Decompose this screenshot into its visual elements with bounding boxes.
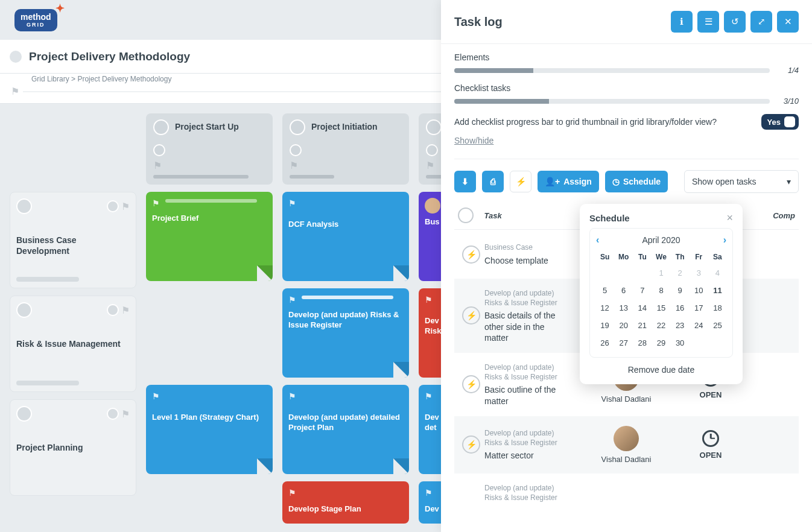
print-button[interactable]: ⎙ — [482, 171, 504, 192]
calendar-day[interactable]: 16 — [671, 300, 689, 316]
checklist-progress — [454, 99, 770, 104]
task-row[interactable]: ⚡ Develop (and update) Risks & Issue Reg… — [454, 416, 799, 473]
calendar-day[interactable]: 25 — [709, 317, 726, 334]
grid-avatar[interactable] — [10, 51, 22, 63]
task-filter-dropdown[interactable]: Show open tasks ▾ — [684, 170, 799, 193]
card-title: Project Planning — [16, 442, 130, 453]
clock-icon: ◷ — [612, 177, 620, 186]
flag-icon: ⚑ — [121, 201, 130, 212]
card-risk-issue[interactable]: ⚑ Risk & Issue Management — [10, 296, 136, 392]
calendar-dow: Tu — [633, 250, 651, 264]
user-plus-icon: 👤+ — [545, 177, 560, 186]
bolt-filter-button[interactable]: ⚡ — [510, 171, 531, 192]
card-risks-register[interactable]: ⚑ Develop (and update) Risks & Issue Reg… — [282, 288, 409, 378]
column-header[interactable]: Project Start Up ⚑ — [146, 113, 273, 185]
calendar-day[interactable]: 4 — [709, 265, 726, 281]
calendar-day[interactable]: 22 — [652, 317, 670, 334]
calendar-grid: SuMoTuWeThFrSa12345678910111213141516171… — [596, 250, 726, 351]
user-avatar-icon — [107, 408, 119, 420]
user-avatar-icon — [426, 119, 442, 135]
calendar-day[interactable]: 2 — [671, 265, 689, 281]
task-row[interactable]: Develop (and update) Risks & Issue Regis… — [454, 473, 799, 512]
user-avatar-icon — [16, 406, 32, 422]
assign-button[interactable]: 👤+Assign — [538, 171, 599, 192]
calendar-day[interactable]: 21 — [633, 317, 651, 334]
calendar-day[interactable]: 20 — [615, 317, 632, 334]
chevron-down-icon: ▾ — [787, 177, 791, 186]
card-level1-plan[interactable]: ⚑ Level 1 Plan (Strategy Chart) — [146, 385, 273, 474]
download-button[interactable]: ⬇ — [454, 171, 476, 192]
task-context: Business Case — [484, 242, 569, 252]
schedule-button[interactable]: ◷Schedule — [605, 171, 668, 192]
user-avatar-icon — [107, 304, 119, 316]
card-title: Develop Stage Plan — [288, 504, 403, 515]
user-avatar-icon — [153, 119, 169, 135]
thumbnail-question: Add checklist progress bar to grid thumb… — [454, 117, 717, 127]
calendar-day[interactable]: 19 — [596, 317, 614, 334]
calendar-day[interactable]: 14 — [633, 300, 651, 316]
card-stage-plan[interactable]: ⚑ Develop Stage Plan — [282, 481, 409, 524]
card-business-case-dev[interactable]: ⚑ Business Case Development — [10, 192, 136, 288]
card-dcf-analysis[interactable]: ⚑ DCF Analysis — [282, 192, 409, 281]
bolt-icon: ⚡ — [516, 177, 526, 186]
calendar-day[interactable]: 24 — [690, 317, 708, 334]
user-avatar-icon — [107, 200, 119, 212]
elements-progress — [454, 68, 770, 73]
calendar-day[interactable]: 11 — [709, 282, 726, 299]
calendar-day[interactable]: 29 — [652, 335, 670, 351]
panel-title: Task log — [454, 15, 666, 29]
calendar-day[interactable]: 26 — [596, 335, 614, 351]
calendar-day[interactable]: 27 — [615, 335, 632, 351]
calendar-day[interactable]: 9 — [671, 282, 689, 299]
calendar-day[interactable]: 5 — [596, 282, 614, 299]
popover-close[interactable]: × — [726, 212, 733, 223]
card-project-planning[interactable]: ⚑ Project Planning — [10, 399, 136, 496]
task-name: Choose template — [484, 255, 569, 266]
calendar-day[interactable]: 30 — [671, 335, 689, 351]
flag-icon: ⚑ — [288, 295, 296, 305]
show-hide-link[interactable]: Show/hide — [454, 136, 799, 145]
calendar-day[interactable]: 17 — [690, 300, 708, 316]
info-icon: ℹ — [680, 16, 684, 27]
flag-icon: ⚑ — [152, 198, 160, 208]
task-context: Develop (and update) Risks & Issue Regis… — [484, 428, 569, 448]
next-month[interactable]: › — [723, 235, 726, 245]
assignee-name: Vishal Dadlani — [601, 394, 652, 404]
logo-spark-icon: ✦ — [56, 3, 65, 14]
calendar-day[interactable]: 6 — [615, 282, 632, 299]
calendar-day[interactable]: 18 — [709, 300, 726, 316]
bolt-icon: ⚡ — [462, 375, 480, 393]
card-project-brief[interactable]: ⚑ Project Brief — [146, 192, 273, 281]
select-all-checkbox[interactable] — [458, 207, 474, 223]
calendar-day[interactable]: 1 — [652, 265, 670, 281]
page-title: Project Delivery Methodology — [29, 50, 190, 63]
info-button[interactable]: ℹ — [671, 11, 693, 33]
remove-due-date[interactable]: Remove due date — [589, 365, 733, 375]
history-icon: ↺ — [731, 16, 739, 27]
user-avatar-icon — [16, 302, 32, 318]
calendar-day[interactable]: 3 — [690, 265, 708, 281]
card-detailed-plan[interactable]: ⚑ Develop (and update) detailed Project … — [282, 385, 409, 474]
logo[interactable]: method GRID ✦ — [14, 9, 57, 31]
thumbnail-toggle[interactable]: Yes — [761, 114, 799, 130]
calendar-day[interactable]: 8 — [652, 282, 670, 299]
expand-button[interactable]: ⤢ — [750, 11, 772, 33]
calendar-day[interactable]: 10 — [690, 282, 708, 299]
flag-icon: ⚑ — [121, 305, 130, 316]
grid-column: ⚑ Business Case Development ⚑ Risk & Iss… — [10, 113, 136, 524]
list-icon: ☰ — [705, 16, 712, 27]
list-button[interactable]: ☰ — [697, 11, 719, 33]
prev-month[interactable]: ‹ — [596, 235, 599, 245]
calendar-dow: Fr — [690, 250, 708, 264]
column-header[interactable]: Project Initiation ⚑ — [282, 113, 409, 185]
calendar-day[interactable]: 28 — [633, 335, 651, 351]
calendar-day[interactable]: 7 — [633, 282, 651, 299]
calendar-day[interactable]: 12 — [596, 300, 614, 316]
history-button[interactable]: ↺ — [724, 11, 746, 33]
calendar-day[interactable]: 13 — [615, 300, 632, 316]
close-button[interactable]: ✕ — [777, 11, 799, 33]
calendar-day[interactable]: 15 — [652, 300, 670, 316]
flag-icon[interactable]: ⚑ — [11, 86, 19, 97]
breadcrumb-library[interactable]: Grid Library — [31, 75, 69, 83]
calendar-day[interactable]: 23 — [671, 317, 689, 334]
